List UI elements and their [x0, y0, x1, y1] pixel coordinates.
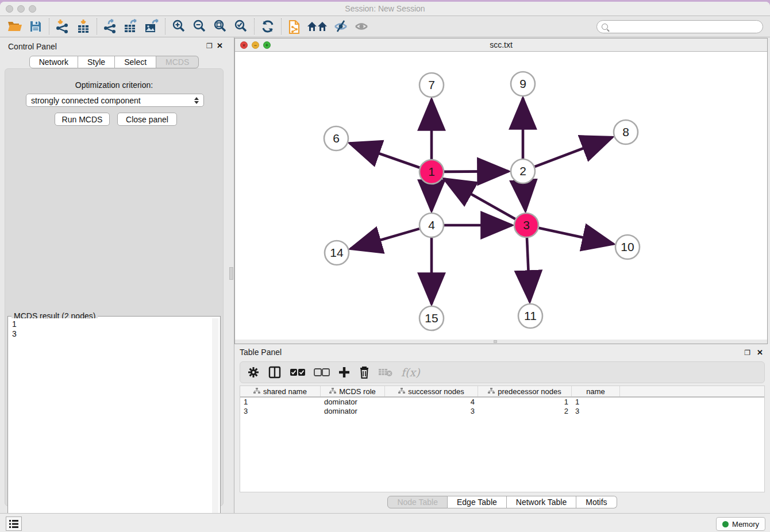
apply-layout-icon[interactable] — [257, 18, 278, 35]
app-window: Session: New Session — [0, 2, 770, 532]
mcds-result-scrollbar[interactable] — [212, 318, 218, 531]
column-header-MCDS-role[interactable]: MCDS role — [321, 386, 385, 396]
new-network-from-selection-icon[interactable] — [284, 18, 305, 35]
search-input[interactable] — [611, 22, 763, 32]
memory-button[interactable]: Memory — [716, 517, 765, 531]
window-title: Session: New Session — [0, 4, 770, 13]
tab-select[interactable]: Select — [115, 56, 156, 68]
table-cell[interactable]: 2 — [478, 407, 572, 416]
float-panel-icon[interactable]: ❐ — [206, 42, 213, 50]
close-table-panel-icon[interactable]: ✕ — [757, 348, 763, 357]
sort-tree-icon[interactable] — [253, 387, 260, 396]
memory-label: Memory — [732, 520, 759, 529]
import-table-icon[interactable] — [73, 18, 94, 35]
sort-tree-icon[interactable] — [398, 387, 405, 396]
graph-node-label-15: 15 — [425, 311, 438, 325]
column-header-label: name — [586, 387, 605, 396]
frame-resize-grip[interactable] — [494, 340, 497, 343]
table-panel-title: Table Panel — [240, 348, 282, 357]
graph-node-label-1: 1 — [428, 165, 435, 178]
tab-style[interactable]: Style — [78, 56, 115, 68]
zoom-selected-icon[interactable] — [230, 18, 251, 35]
graph-edge-2-8[interactable] — [535, 137, 613, 167]
optimization-criterion-label: Optimization criterion: — [5, 80, 223, 90]
table-row[interactable]: 1dominator411 — [240, 398, 764, 407]
show-all-icon — [351, 18, 372, 35]
network-view-frame: × − + scc.txt 1234678910111415 — [234, 38, 768, 344]
search-field[interactable] — [596, 20, 763, 33]
save-session-icon[interactable] — [25, 18, 46, 35]
table-cell[interactable]: dominator — [321, 398, 385, 407]
graph-edge-2-3[interactable] — [523, 184, 525, 211]
graph-node-label-4: 4 — [428, 218, 435, 232]
deselect-all-rows-icon[interactable] — [314, 364, 330, 380]
hide-selected-icon[interactable] — [330, 18, 351, 35]
column-chooser-icon[interactable] — [268, 364, 282, 380]
column-header-label: MCDS role — [339, 387, 376, 396]
import-network-icon[interactable] — [52, 18, 73, 35]
toolbar-separator — [97, 18, 97, 34]
tab-network[interactable]: Network — [29, 56, 78, 68]
graph-edge-1-2[interactable] — [444, 171, 509, 172]
mcds-result-box: MCDS result (2 nodes) 1 3 — [7, 316, 221, 532]
close-panel-button[interactable]: Close panel — [117, 113, 177, 126]
tab-node-table[interactable]: Node Table — [387, 496, 448, 508]
optimization-criterion-select[interactable]: strongly connected component — [26, 94, 204, 107]
control-panel: Control Panel ❐ ✕ NetworkStyleSelectMCDS… — [0, 37, 228, 513]
panel-splitter[interactable] — [228, 37, 234, 513]
column-header-successor-nodes[interactable]: successor nodes — [385, 386, 478, 396]
column-header-label: successor nodes — [408, 387, 464, 396]
export-image-icon[interactable] — [141, 18, 162, 35]
graph-edge-1-6[interactable] — [350, 143, 420, 167]
zoom-fit-icon[interactable] — [210, 18, 230, 35]
table-settings-gear-icon[interactable] — [247, 364, 260, 380]
delete-column-trash-icon[interactable] — [359, 364, 370, 380]
table-toolbar: f(x) — [240, 361, 765, 383]
export-table-icon[interactable] — [121, 18, 141, 35]
table-row[interactable]: 3dominator323 — [240, 407, 764, 416]
graph-edge-3-1[interactable] — [444, 179, 515, 219]
graph-edge-3-11[interactable] — [527, 238, 530, 302]
table-tabs: Node TableEdge TableNetwork TableMotifs — [234, 496, 770, 508]
graph-edge-4-14[interactable] — [351, 229, 419, 249]
table-cell[interactable]: 3 — [385, 407, 478, 416]
table-cell[interactable]: 3 — [240, 407, 321, 416]
splitter-grip[interactable] — [229, 267, 233, 280]
first-neighbors-icon[interactable] — [305, 18, 330, 35]
table-cell[interactable]: 1 — [478, 398, 572, 407]
open-session-icon[interactable] — [5, 18, 25, 35]
table-cell[interactable]: dominator — [321, 407, 385, 416]
close-panel-icon[interactable]: ✕ — [217, 41, 223, 50]
mcds-result-text[interactable]: 1 3 — [10, 318, 212, 531]
delete-table-icon — [378, 364, 393, 380]
task-history-button[interactable] — [6, 516, 22, 531]
tab-motifs[interactable]: Motifs — [576, 496, 617, 508]
column-header-predecessor-nodes[interactable]: predecessor nodes — [478, 386, 572, 396]
table-cell[interactable]: 4 — [385, 398, 478, 407]
tab-mcds[interactable]: MCDS — [156, 56, 199, 68]
tab-edge-table[interactable]: Edge Table — [448, 496, 507, 508]
zoom-out-icon[interactable] — [189, 18, 210, 35]
add-column-icon[interactable] — [338, 364, 351, 380]
run-mcds-button[interactable]: Run MCDS — [55, 113, 110, 126]
column-header-name[interactable]: name — [572, 386, 620, 396]
column-header-label: predecessor nodes — [498, 387, 561, 396]
status-bar: Memory — [0, 513, 770, 532]
table-cell[interactable]: 1 — [240, 398, 321, 407]
zoom-in-icon[interactable] — [168, 18, 189, 35]
tab-network-table[interactable]: Network Table — [507, 496, 576, 508]
export-network-icon[interactable] — [100, 18, 121, 35]
sort-tree-icon[interactable] — [488, 387, 495, 396]
node-table[interactable]: shared nameMCDS rolesuccessor nodesprede… — [240, 385, 765, 492]
network-canvas[interactable]: 1234678910111415 — [235, 52, 767, 340]
column-header-shared-name[interactable]: shared name — [240, 386, 321, 396]
float-table-panel-icon[interactable]: ❐ — [744, 349, 750, 357]
table-cell[interactable]: 1 — [572, 398, 620, 407]
graph-node-label-6: 6 — [333, 132, 340, 145]
table-cell[interactable]: 3 — [572, 407, 620, 416]
graph-edge-3-10[interactable] — [539, 228, 614, 244]
graph-node-label-11: 11 — [524, 309, 537, 322]
select-all-rows-icon[interactable] — [290, 364, 306, 380]
sort-tree-icon[interactable] — [329, 387, 336, 396]
network-title: scc.txt — [235, 40, 767, 49]
